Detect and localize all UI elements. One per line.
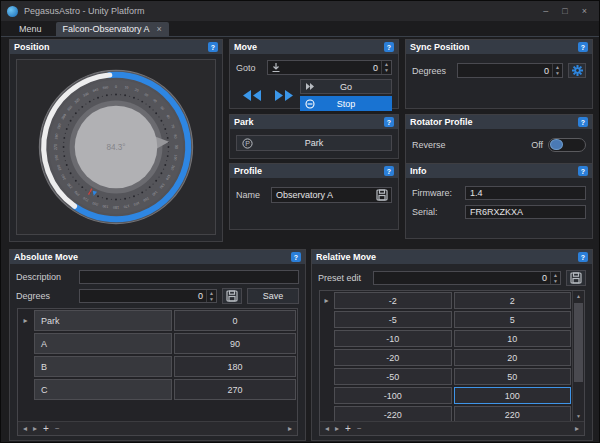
maximize-icon[interactable]: □ <box>562 6 567 16</box>
pos-step-cell-selected[interactable]: 100 <box>454 387 572 404</box>
minimize-icon[interactable]: – <box>543 6 548 16</box>
neg-step-cell[interactable]: -220 <box>334 406 452 421</box>
abs-save-icon-button[interactable] <box>222 288 242 304</box>
spin-down-icon[interactable]: ▼ <box>553 71 562 78</box>
table-row[interactable]: ▸ Park 0 <box>18 309 297 332</box>
scroll-down-icon[interactable]: ▼ <box>573 411 584 421</box>
preset-name-cell[interactable]: C <box>34 379 172 400</box>
close-icon[interactable]: × <box>582 6 587 16</box>
nav-prev-icon[interactable]: ▸ <box>335 424 339 433</box>
table-row[interactable]: -50 50 <box>320 367 572 386</box>
move-ccw-button[interactable] <box>241 89 263 102</box>
sync-degrees-spinner[interactable]: ▲ ▼ <box>552 64 562 77</box>
svg-text:180: 180 <box>113 205 119 209</box>
sync-degrees-value: 0 <box>458 66 552 76</box>
relative-help-button[interactable]: ? <box>578 252 588 262</box>
table-row[interactable]: -20 20 <box>320 348 572 367</box>
move-cw-button[interactable] <box>273 89 295 102</box>
preset-value-cell[interactable]: 180 <box>174 356 296 377</box>
profile-name-label: Name <box>236 190 266 200</box>
nav-remove-icon[interactable]: − <box>55 424 60 433</box>
description-input[interactable] <box>79 270 299 284</box>
table-row[interactable]: A 90 <box>18 332 297 355</box>
scroll-up-icon[interactable]: ▲ <box>573 291 584 301</box>
spin-down-icon[interactable]: ▼ <box>207 296 216 302</box>
pos-step-cell[interactable]: 10 <box>454 330 572 347</box>
sync-help-button[interactable]: ? <box>578 42 588 52</box>
save-profile-icon[interactable] <box>376 189 388 201</box>
neg-step-cell[interactable]: -20 <box>334 349 452 366</box>
preset-value-cell[interactable]: 90 <box>174 333 296 354</box>
scrollbar-thumb[interactable] <box>574 303 583 382</box>
preset-name-cell[interactable]: Park <box>34 310 172 331</box>
table-row[interactable]: -100 100 <box>320 386 572 405</box>
menu-button[interactable]: Menu <box>15 22 46 36</box>
pos-step-cell[interactable]: 50 <box>454 368 572 385</box>
table-row[interactable]: C 270 <box>18 378 297 401</box>
spin-down-icon[interactable]: ▼ <box>551 278 560 284</box>
neg-step-cell[interactable]: -100 <box>334 387 452 404</box>
move-help-button[interactable]: ? <box>384 42 394 52</box>
go-button[interactable]: Go <box>300 79 392 94</box>
goto-input[interactable]: 0 ▲ ▼ <box>267 60 392 75</box>
neg-step-cell[interactable]: -50 <box>334 368 452 385</box>
preset-save-icon-button[interactable] <box>566 270 586 286</box>
park-button[interactable]: P Park <box>236 135 392 151</box>
pos-step-cell[interactable]: 20 <box>454 349 572 366</box>
grid-scrollbar[interactable]: ▲ ▼ <box>572 291 584 421</box>
park-panel: Park ? P Park <box>229 114 399 159</box>
pos-step-cell[interactable]: 220 <box>454 406 572 421</box>
preset-name-cell[interactable]: A <box>34 333 172 354</box>
stop-button[interactable]: Stop <box>300 96 392 111</box>
nav-add-icon[interactable]: + <box>345 423 351 434</box>
preset-edit-spinner[interactable]: ▲ ▼ <box>550 272 560 284</box>
info-help-button[interactable]: ? <box>578 166 588 176</box>
preset-value-cell[interactable]: 0 <box>174 310 296 331</box>
reverse-toggle[interactable] <box>548 138 586 152</box>
neg-step-cell[interactable]: -5 <box>334 311 452 328</box>
abs-degrees-label: Degrees <box>16 291 74 301</box>
table-row[interactable]: ▸ -2 2 <box>320 291 572 310</box>
goto-spinner[interactable]: ▲ ▼ <box>381 61 391 74</box>
pos-step-cell[interactable]: 5 <box>454 311 572 328</box>
tab-close-icon[interactable]: × <box>157 24 162 34</box>
save-button[interactable]: Save <box>247 288 299 304</box>
nav-end-icon[interactable]: ▸ <box>575 424 579 433</box>
position-help-button[interactable]: ? <box>208 42 218 52</box>
pos-step-cell[interactable]: 2 <box>454 292 572 309</box>
app-window: PegasusAstro - Unity Platform – □ × Menu… <box>0 0 600 443</box>
table-row[interactable]: -220 220 <box>320 405 572 421</box>
abs-degrees-value: 0 <box>80 291 206 301</box>
profile-name-input[interactable]: Observatory A <box>271 187 392 203</box>
absolute-help-button[interactable]: ? <box>291 252 301 262</box>
rotator-profile-title: Rotator Profile <box>410 117 473 127</box>
sync-settings-button[interactable] <box>568 63 586 78</box>
park-help-button[interactable]: ? <box>384 117 394 127</box>
preset-edit-value: 0 <box>374 273 550 283</box>
neg-step-cell[interactable]: -2 <box>334 292 452 309</box>
table-row[interactable]: -5 5 <box>320 310 572 329</box>
preset-name-cell[interactable]: B <box>34 356 172 377</box>
nav-first-icon[interactable]: ◂ <box>23 424 27 433</box>
svg-text:270: 270 <box>54 144 58 150</box>
profile-help-button[interactable]: ? <box>384 166 394 176</box>
table-row[interactable]: B 180 <box>18 355 297 378</box>
sync-degrees-input[interactable]: 0 ▲ ▼ <box>457 63 563 78</box>
nav-first-icon[interactable]: ◂ <box>325 424 329 433</box>
nav-add-icon[interactable]: + <box>43 423 49 434</box>
serial-value: FR6RXZKXA <box>466 207 585 217</box>
tab-falcon-observatory-a[interactable]: Falcon-Observatory A × <box>56 22 169 36</box>
sync-degrees-label: Degrees <box>412 66 452 76</box>
abs-degrees-spinner[interactable]: ▲ ▼ <box>206 290 216 302</box>
nav-end-icon[interactable]: ▸ <box>288 424 292 433</box>
table-row[interactable]: -10 10 <box>320 329 572 348</box>
preset-value-cell[interactable]: 270 <box>174 379 296 400</box>
move-title: Move <box>234 42 257 52</box>
spin-down-icon[interactable]: ▼ <box>382 68 391 75</box>
neg-step-cell[interactable]: -10 <box>334 330 452 347</box>
abs-degrees-input[interactable]: 0 ▲ ▼ <box>79 289 217 303</box>
nav-remove-icon[interactable]: − <box>357 424 362 433</box>
preset-edit-input[interactable]: 0 ▲ ▼ <box>373 271 561 285</box>
nav-prev-icon[interactable]: ▸ <box>33 424 37 433</box>
rotator-help-button[interactable]: ? <box>578 117 588 127</box>
